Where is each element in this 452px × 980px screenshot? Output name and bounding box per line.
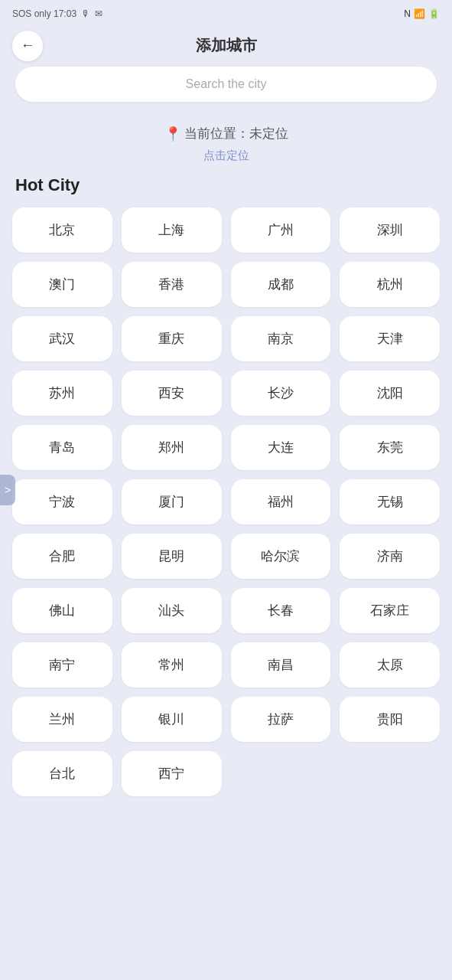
hot-city-title: Hot City xyxy=(12,175,440,195)
chevron-right-icon: > xyxy=(5,484,11,496)
city-button[interactable]: 香港 xyxy=(122,262,222,307)
city-button[interactable]: 武汉 xyxy=(12,316,112,361)
city-button[interactable]: 西宁 xyxy=(122,751,222,796)
locate-button[interactable]: 点击定位 xyxy=(15,149,437,163)
city-button[interactable]: 太原 xyxy=(340,642,440,688)
location-pin-icon: 📍 xyxy=(164,126,181,142)
city-button[interactable]: 常州 xyxy=(122,642,222,688)
search-input[interactable]: Search the city xyxy=(15,67,437,102)
city-grid: 北京上海广州深圳澳门香港成都杭州武汉重庆南京天津苏州西安长沙沈阳青岛郑州大连东莞… xyxy=(12,207,440,796)
location-label: 当前位置：未定位 xyxy=(184,125,288,142)
city-button[interactable]: 长春 xyxy=(231,588,331,633)
mic-icon: 🎙 xyxy=(81,8,90,19)
nfc-icon: N xyxy=(404,8,411,19)
city-button[interactable]: 天津 xyxy=(340,316,440,361)
city-button[interactable]: 广州 xyxy=(231,207,331,253)
search-container: Search the city xyxy=(0,67,452,117)
city-button[interactable]: 上海 xyxy=(122,207,222,253)
city-button[interactable]: 石家庄 xyxy=(340,588,440,633)
sidebar-handle[interactable]: > xyxy=(0,475,15,505)
city-button[interactable]: 沈阳 xyxy=(340,371,440,416)
back-button[interactable]: ← xyxy=(12,31,43,61)
city-button[interactable]: 台北 xyxy=(12,751,112,796)
city-button[interactable]: 重庆 xyxy=(122,316,222,361)
city-button[interactable]: 西安 xyxy=(122,371,222,416)
city-button[interactable]: 澳门 xyxy=(12,262,112,307)
city-button[interactable]: 苏州 xyxy=(12,371,112,416)
city-button[interactable]: 南宁 xyxy=(12,642,112,688)
status-bar: SOS only 17:03 🎙 ✉ N 📶 🔋 xyxy=(0,0,452,28)
city-button[interactable]: 福州 xyxy=(231,479,331,524)
city-button[interactable]: 杭州 xyxy=(340,262,440,307)
city-button[interactable]: 昆明 xyxy=(122,534,222,579)
page-title: 添加城市 xyxy=(196,35,257,56)
city-button[interactable]: 汕头 xyxy=(122,588,222,633)
city-button[interactable]: 宁波 xyxy=(12,479,112,524)
city-button[interactable]: 哈尔滨 xyxy=(231,534,331,579)
mail-icon: ✉ xyxy=(95,8,102,19)
city-button[interactable]: 无锡 xyxy=(340,479,440,524)
city-button[interactable]: 济南 xyxy=(340,534,440,579)
city-button[interactable]: 大连 xyxy=(231,425,331,470)
hot-city-section: Hot City 北京上海广州深圳澳门香港成都杭州武汉重庆南京天津苏州西安长沙沈… xyxy=(0,175,452,796)
wifi-icon: 🔋 xyxy=(428,8,440,19)
city-button[interactable]: 兰州 xyxy=(12,697,112,742)
status-left: SOS only 17:03 🎙 ✉ xyxy=(12,8,102,19)
city-button[interactable]: 南京 xyxy=(231,316,331,361)
city-button[interactable]: 银川 xyxy=(122,697,222,742)
city-button[interactable]: 长沙 xyxy=(231,371,331,416)
city-button[interactable]: 成都 xyxy=(231,262,331,307)
city-button[interactable]: 贵阳 xyxy=(340,697,440,742)
city-button[interactable]: 青岛 xyxy=(12,425,112,470)
search-placeholder: Search the city xyxy=(186,77,267,90)
status-right: N 📶 🔋 xyxy=(404,8,440,19)
header: ← 添加城市 xyxy=(0,28,452,67)
city-button[interactable]: 南昌 xyxy=(231,642,331,688)
back-icon: ← xyxy=(21,38,34,54)
city-button[interactable]: 佛山 xyxy=(12,588,112,633)
city-button[interactable]: 拉萨 xyxy=(231,697,331,742)
city-button[interactable]: 合肥 xyxy=(12,534,112,579)
signal-icon: 📶 xyxy=(414,8,425,19)
city-button[interactable]: 东莞 xyxy=(340,425,440,470)
city-button[interactable]: 深圳 xyxy=(340,207,440,253)
status-text: SOS only 17:03 xyxy=(12,8,76,19)
current-location: 📍 当前位置：未定位 xyxy=(15,125,437,142)
city-button[interactable]: 北京 xyxy=(12,207,112,253)
location-section: 📍 当前位置：未定位 点击定位 xyxy=(0,117,452,175)
city-button[interactable]: 厦门 xyxy=(122,479,222,524)
city-button[interactable]: 郑州 xyxy=(122,425,222,470)
